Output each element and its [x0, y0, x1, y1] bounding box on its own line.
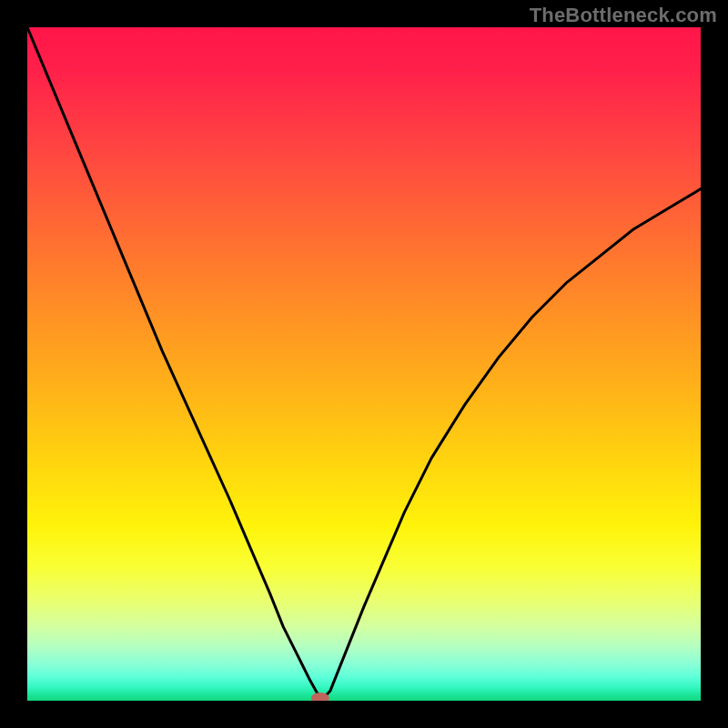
bottleneck-curve — [27, 27, 701, 698]
curve-layer — [27, 27, 701, 701]
chart-frame: TheBottleneck.com — [0, 0, 728, 728]
plot-area — [27, 27, 701, 701]
watermark-text: TheBottleneck.com — [530, 4, 717, 27]
